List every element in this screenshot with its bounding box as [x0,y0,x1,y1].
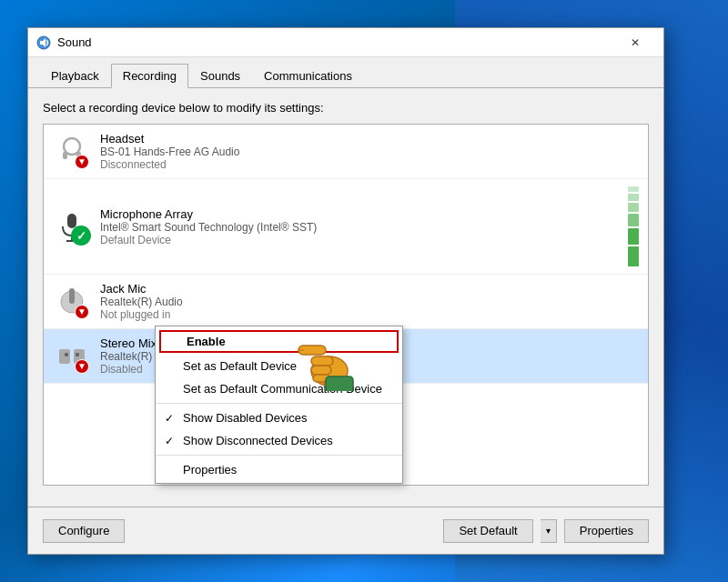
headset-desc: BS-01 Hands-Free AG Audio [100,146,639,158]
properties-button[interactable]: Properties [564,519,649,543]
device-item-microphone[interactable]: ✓ Microphone Array Intel® Smart Sound Te… [44,179,648,275]
context-show-disconnected[interactable]: ✓ Show Disconnected Devices [156,429,402,452]
device-icon-stereo: ▼ [53,337,91,376]
show-disconnected-check: ✓ [165,435,174,447]
instruction-text: Select a recording device below to modif… [43,101,649,115]
dialog-footer: Configure Set Default ▾ Properties [28,507,663,554]
jack-status: Not plugged in [100,308,639,321]
sound-icon [35,35,52,51]
svg-rect-11 [59,349,70,364]
tab-sounds[interactable]: Sounds [188,64,252,88]
svg-rect-13 [65,353,68,356]
device-item-headset[interactable]: ▼ Headset BS-01 Hands-Free AG Audio Disc… [44,125,648,179]
jack-desc: Realtek(R) Audio [100,296,639,308]
tab-bar: Playback Recording Sounds Communications [28,57,663,88]
device-icon-mic: ✓ [53,207,91,246]
headset-status-badge: ▼ [75,155,89,169]
svg-rect-3 [63,152,67,159]
set-default-button[interactable]: Set Default [443,519,532,543]
mic-desc: Intel® Smart Sound Technology (Intel® SS… [100,221,621,234]
tab-playback[interactable]: Playback [39,64,111,88]
context-sep-2 [156,455,402,456]
level-indicator [628,186,639,266]
configure-button[interactable]: Configure [43,519,125,543]
context-set-default[interactable]: Set as Default Device [156,355,402,377]
context-sep-1 [156,403,402,404]
headset-name: Headset [100,132,639,146]
dialog-title: Sound [57,35,614,49]
desktop: Sound ✕ Playback Recording Sounds Commun… [0,0,728,582]
mic-status: Default Device [100,234,621,246]
jack-name: Jack Mic [100,282,639,296]
close-button[interactable]: ✕ [614,28,656,57]
mic-name: Microphone Array [100,207,621,221]
context-properties[interactable]: Properties [156,458,402,481]
mic-info: Microphone Array Intel® Smart Sound Tech… [100,207,621,246]
headset-info: Headset BS-01 Hands-Free AG Audio Discon… [100,132,639,171]
device-icon-jack: ▼ [53,283,91,321]
tab-communications[interactable]: Communications [252,64,364,88]
svg-point-10 [69,288,75,294]
title-bar: Sound ✕ [28,28,663,57]
tab-recording[interactable]: Recording [111,64,188,88]
device-icon-headset: ▼ [53,133,91,171]
show-disabled-check: ✓ [165,412,174,425]
device-item-jackmic[interactable]: ▼ Jack Mic Realtek(R) Audio Not plugged … [44,275,648,329]
headset-status: Disconnected [100,158,639,171]
context-set-comm[interactable]: Set as Default Communication Device [156,377,402,400]
svg-rect-14 [76,353,79,356]
context-enable[interactable]: Enable [159,330,399,353]
context-menu: Enable Set as Default Device Set as Defa… [155,326,403,484]
jack-info: Jack Mic Realtek(R) Audio Not plugged in [100,282,639,321]
mic-default-badge: ✓ [71,226,91,246]
stereo-status-badge: ▼ [75,359,89,374]
set-default-dropdown[interactable]: ▾ [541,519,557,543]
context-show-disabled[interactable]: ✓ Show Disabled Devices [156,406,402,429]
jack-status-badge: ▼ [75,305,89,319]
